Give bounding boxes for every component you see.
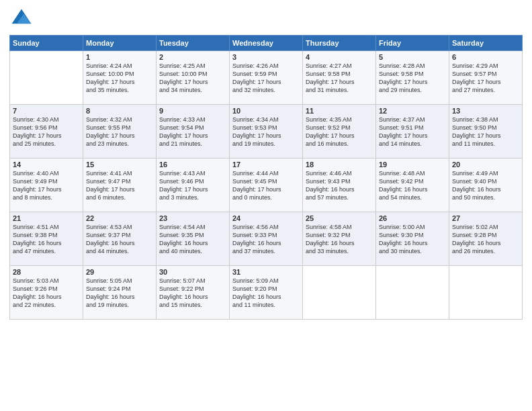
calendar-cell: 7Sunrise: 4:30 AM Sunset: 9:56 PM Daylig… — [10, 105, 83, 158]
day-number: 7 — [13, 107, 80, 115]
calendar-cell: 30Sunrise: 5:07 AM Sunset: 9:22 PM Dayli… — [157, 266, 230, 320]
day-number: 3 — [232, 53, 300, 61]
day-header-saturday: Saturday — [449, 36, 523, 51]
day-info: Sunrise: 4:32 AM Sunset: 9:55 PM Dayligh… — [86, 116, 153, 148]
day-number: 2 — [159, 53, 226, 61]
calendar-cell: 3Sunrise: 4:26 AM Sunset: 9:59 PM Daylig… — [230, 51, 303, 105]
calendar-cell: 14Sunrise: 4:40 AM Sunset: 9:49 PM Dayli… — [10, 158, 83, 212]
header — [9, 7, 523, 31]
day-number: 31 — [232, 268, 300, 276]
day-header-thursday: Thursday — [303, 36, 376, 51]
week-row-3: 21Sunrise: 4:51 AM Sunset: 9:38 PM Dayli… — [10, 212, 523, 266]
calendar-table: SundayMondayTuesdayWednesdayThursdayFrid… — [9, 35, 523, 320]
day-number: 26 — [379, 214, 446, 222]
day-number: 11 — [306, 107, 373, 115]
day-info: Sunrise: 4:26 AM Sunset: 9:59 PM Dayligh… — [232, 62, 300, 95]
day-number: 10 — [232, 107, 300, 115]
day-number: 6 — [452, 53, 519, 61]
calendar-cell: 17Sunrise: 4:44 AM Sunset: 9:45 PM Dayli… — [230, 158, 303, 212]
day-header-friday: Friday — [376, 36, 449, 51]
day-header-monday: Monday — [83, 36, 157, 51]
day-info: Sunrise: 4:51 AM Sunset: 9:38 PM Dayligh… — [13, 223, 80, 256]
day-number: 17 — [232, 161, 300, 169]
day-info: Sunrise: 4:56 AM Sunset: 9:33 PM Dayligh… — [232, 223, 300, 256]
day-number: 18 — [306, 161, 373, 169]
week-row-1: 7Sunrise: 4:30 AM Sunset: 9:56 PM Daylig… — [10, 105, 523, 158]
calendar-cell: 8Sunrise: 4:32 AM Sunset: 9:55 PM Daylig… — [83, 105, 157, 158]
day-info: Sunrise: 4:29 AM Sunset: 9:57 PM Dayligh… — [452, 62, 519, 95]
day-header-tuesday: Tuesday — [157, 36, 230, 51]
day-header-sunday: Sunday — [10, 36, 83, 51]
day-info: Sunrise: 4:28 AM Sunset: 9:58 PM Dayligh… — [379, 62, 446, 95]
day-number: 9 — [159, 107, 226, 115]
day-number: 21 — [13, 214, 80, 222]
day-info: Sunrise: 5:00 AM Sunset: 9:30 PM Dayligh… — [379, 223, 446, 256]
calendar-cell: 4Sunrise: 4:27 AM Sunset: 9:58 PM Daylig… — [303, 51, 376, 105]
logo-icon — [9, 7, 34, 31]
calendar-cell: 29Sunrise: 5:05 AM Sunset: 9:24 PM Dayli… — [83, 266, 157, 320]
day-number: 4 — [306, 53, 373, 61]
day-number: 24 — [232, 214, 300, 222]
day-number: 1 — [86, 53, 153, 61]
calendar-cell: 10Sunrise: 4:34 AM Sunset: 9:53 PM Dayli… — [230, 105, 303, 158]
calendar-cell — [303, 266, 376, 320]
day-info: Sunrise: 4:53 AM Sunset: 9:37 PM Dayligh… — [86, 223, 153, 256]
logo — [9, 7, 36, 31]
day-info: Sunrise: 4:27 AM Sunset: 9:58 PM Dayligh… — [306, 62, 373, 95]
day-info: Sunrise: 4:46 AM Sunset: 9:43 PM Dayligh… — [306, 169, 373, 202]
calendar-cell: 20Sunrise: 4:49 AM Sunset: 9:40 PM Dayli… — [449, 158, 523, 212]
calendar-cell — [10, 51, 83, 105]
day-info: Sunrise: 4:49 AM Sunset: 9:40 PM Dayligh… — [452, 169, 519, 202]
calendar-cell: 21Sunrise: 4:51 AM Sunset: 9:38 PM Dayli… — [10, 212, 83, 266]
day-number: 22 — [86, 214, 153, 222]
day-info: Sunrise: 4:48 AM Sunset: 9:42 PM Dayligh… — [379, 169, 446, 202]
calendar-cell: 16Sunrise: 4:43 AM Sunset: 9:46 PM Dayli… — [157, 158, 230, 212]
calendar-cell: 13Sunrise: 4:38 AM Sunset: 9:50 PM Dayli… — [449, 105, 523, 158]
day-header-wednesday: Wednesday — [230, 36, 303, 51]
day-info: Sunrise: 4:30 AM Sunset: 9:56 PM Dayligh… — [13, 116, 80, 148]
day-number: 13 — [452, 107, 519, 115]
calendar-cell: 23Sunrise: 4:54 AM Sunset: 9:35 PM Dayli… — [157, 212, 230, 266]
calendar-cell: 28Sunrise: 5:03 AM Sunset: 9:26 PM Dayli… — [10, 266, 83, 320]
day-number: 27 — [452, 214, 519, 222]
calendar-cell: 5Sunrise: 4:28 AM Sunset: 9:58 PM Daylig… — [376, 51, 449, 105]
calendar-cell: 22Sunrise: 4:53 AM Sunset: 9:37 PM Dayli… — [83, 212, 157, 266]
calendar-cell: 1Sunrise: 4:24 AM Sunset: 10:00 PM Dayli… — [83, 51, 157, 105]
day-number: 12 — [379, 107, 446, 115]
day-info: Sunrise: 4:43 AM Sunset: 9:46 PM Dayligh… — [159, 169, 226, 202]
day-info: Sunrise: 5:09 AM Sunset: 9:20 PM Dayligh… — [232, 277, 300, 310]
day-number: 16 — [159, 161, 226, 169]
day-number: 28 — [13, 268, 80, 276]
day-info: Sunrise: 4:58 AM Sunset: 9:32 PM Dayligh… — [306, 223, 373, 256]
week-row-0: 1Sunrise: 4:24 AM Sunset: 10:00 PM Dayli… — [10, 51, 523, 105]
calendar-cell: 11Sunrise: 4:35 AM Sunset: 9:52 PM Dayli… — [303, 105, 376, 158]
day-info: Sunrise: 4:25 AM Sunset: 10:00 PM Daylig… — [159, 62, 226, 95]
day-info: Sunrise: 4:38 AM Sunset: 9:50 PM Dayligh… — [452, 116, 519, 148]
page: SundayMondayTuesdayWednesdayThursdayFrid… — [0, 0, 532, 411]
week-row-2: 14Sunrise: 4:40 AM Sunset: 9:49 PM Dayli… — [10, 158, 523, 212]
day-number: 5 — [379, 53, 446, 61]
calendar-cell: 2Sunrise: 4:25 AM Sunset: 10:00 PM Dayli… — [157, 51, 230, 105]
calendar-cell: 19Sunrise: 4:48 AM Sunset: 9:42 PM Dayli… — [376, 158, 449, 212]
day-info: Sunrise: 4:44 AM Sunset: 9:45 PM Dayligh… — [232, 169, 300, 202]
day-info: Sunrise: 4:54 AM Sunset: 9:35 PM Dayligh… — [159, 223, 226, 256]
day-number: 14 — [13, 161, 80, 169]
calendar-cell: 25Sunrise: 4:58 AM Sunset: 9:32 PM Dayli… — [303, 212, 376, 266]
header-row: SundayMondayTuesdayWednesdayThursdayFrid… — [10, 36, 523, 51]
day-number: 15 — [86, 161, 153, 169]
day-info: Sunrise: 5:02 AM Sunset: 9:28 PM Dayligh… — [452, 223, 519, 256]
day-info: Sunrise: 5:05 AM Sunset: 9:24 PM Dayligh… — [86, 277, 153, 310]
day-number: 30 — [159, 268, 226, 276]
calendar-cell: 9Sunrise: 4:33 AM Sunset: 9:54 PM Daylig… — [157, 105, 230, 158]
day-info: Sunrise: 4:37 AM Sunset: 9:51 PM Dayligh… — [379, 116, 446, 148]
day-number: 20 — [452, 161, 519, 169]
calendar-cell — [376, 266, 449, 320]
calendar-cell: 6Sunrise: 4:29 AM Sunset: 9:57 PM Daylig… — [449, 51, 523, 105]
calendar-cell: 24Sunrise: 4:56 AM Sunset: 9:33 PM Dayli… — [230, 212, 303, 266]
day-info: Sunrise: 4:40 AM Sunset: 9:49 PM Dayligh… — [13, 169, 80, 202]
calendar-cell — [449, 266, 523, 320]
day-number: 29 — [86, 268, 153, 276]
calendar-cell: 15Sunrise: 4:41 AM Sunset: 9:47 PM Dayli… — [83, 158, 157, 212]
calendar-cell: 18Sunrise: 4:46 AM Sunset: 9:43 PM Dayli… — [303, 158, 376, 212]
day-info: Sunrise: 4:35 AM Sunset: 9:52 PM Dayligh… — [306, 116, 373, 148]
